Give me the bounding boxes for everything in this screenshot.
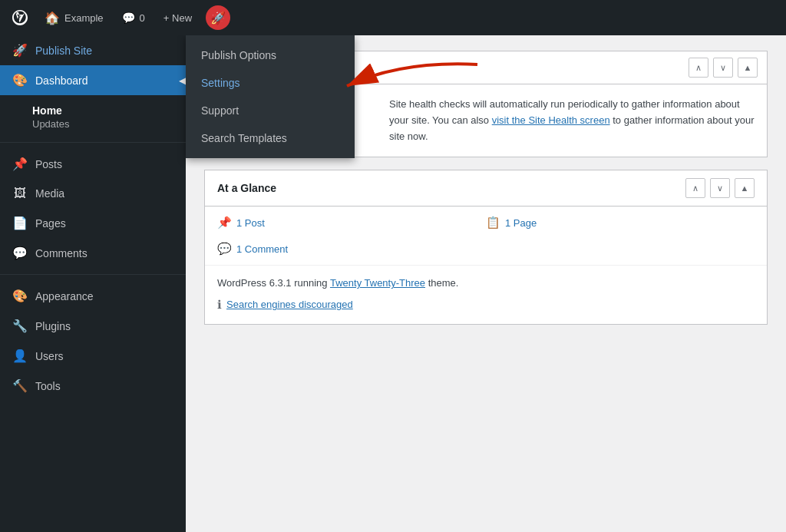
widget-controls-health: ∧ ∨ ▲ — [689, 58, 758, 78]
pages-stat-icon: 📋 — [486, 216, 500, 230]
search-engines-row[interactable]: ℹ Search engines discouraged — [217, 295, 755, 315]
publish-site-dropdown: Publish Options Settings Support Search … — [186, 35, 355, 158]
sidebar-item-tools[interactable]: 🔨 Tools — [0, 371, 186, 401]
at-a-glance-header: At a Glance ∧ ∨ ▲ — [205, 170, 767, 207]
dropdown-item-search-templates[interactable]: Search Templates — [186, 124, 355, 152]
dropdown-item-settings[interactable]: Settings — [186, 69, 355, 97]
at-a-glance-widget: At a Glance ∧ ∨ ▲ 📌 1 Post 📋 1 Page 💬 — [204, 170, 768, 325]
comments-stat-link[interactable]: 1 Comment — [236, 243, 288, 255]
glance-collapse-btn[interactable]: ∧ — [685, 178, 705, 198]
widget-toggle-btn[interactable]: ▲ — [738, 58, 758, 78]
widget-collapse-btn[interactable]: ∧ — [689, 58, 708, 78]
pages-icon: 📄 — [12, 216, 28, 230]
media-icon: 🖼 — [12, 187, 28, 200]
sidebar-item-publish-site[interactable]: 🚀 Publish Site — [0, 35, 186, 65]
glance-pages-stat[interactable]: 📋 1 Page — [486, 213, 755, 233]
sidebar-item-users[interactable]: 👤 Users — [0, 341, 186, 371]
dropdown-overlay: Publish Options Settings Support Search … — [186, 35, 355, 158]
sidebar-item-pages[interactable]: 📄 Pages — [0, 208, 186, 238]
widget-expand-btn[interactable]: ∨ — [713, 58, 733, 78]
rocket-button[interactable]: 🚀 — [206, 5, 230, 30]
sidebar-item-home[interactable]: Home — [12, 101, 173, 117]
posts-icon: 📌 — [12, 157, 28, 171]
sidebar-item-media[interactable]: 🖼 Media — [0, 179, 186, 208]
dashboard-icon: 🎨 — [12, 73, 28, 88]
comments-stat-icon: 💬 — [217, 242, 232, 256]
posts-stat-link[interactable]: 1 Post — [236, 217, 265, 229]
sidebar-item-dashboard[interactable]: 🎨 Dashboard — [0, 65, 186, 95]
glance-expand-btn[interactable]: ∨ — [710, 178, 730, 198]
glance-comments-stat[interactable]: 💬 1 Comment — [217, 239, 486, 259]
new-content-button[interactable]: + New — [156, 0, 200, 35]
sidebar-submenu-home-updates: Home Updates — [0, 95, 186, 136]
at-a-glance-title: At a Glance — [217, 182, 276, 194]
glance-stats: 📌 1 Post 📋 1 Page 💬 1 Comment — [205, 207, 767, 265]
info-icon: ℹ — [217, 295, 222, 315]
sidebar-item-posts[interactable]: 📌 Posts — [0, 149, 186, 179]
sidebar-item-appearance[interactable]: 🎨 Appearance — [0, 281, 186, 311]
pages-stat-link[interactable]: 1 Page — [505, 217, 537, 229]
dropdown-item-support[interactable]: Support — [186, 97, 355, 124]
comments-sidebar-icon: 💬 — [12, 246, 28, 260]
menu-separator-2 — [0, 274, 186, 275]
search-engines-link[interactable]: Search engines discouraged — [226, 296, 353, 313]
glance-footer: WordPress 6.3.1 running Twenty Twenty-Th… — [205, 265, 767, 324]
site-name[interactable]: 🏠 Example — [37, 0, 111, 35]
admin-sidebar: 🚀 Publish Site 🎨 Dashboard Home Updates … — [0, 35, 186, 532]
wp-logo[interactable] — [6, 0, 34, 35]
menu-separator-1 — [0, 142, 186, 143]
sidebar-item-updates[interactable]: Updates — [12, 117, 173, 133]
posts-stat-icon: 📌 — [217, 216, 232, 230]
glance-posts-stat[interactable]: 📌 1 Post — [217, 213, 486, 233]
sidebar-item-comments[interactable]: 💬 Comments — [0, 238, 186, 268]
rocket-sidebar-icon: 🚀 — [12, 43, 28, 58]
admin-bar: 🏠 Example 💬 0 + New 🚀 — [0, 0, 786, 35]
sidebar-item-plugins[interactable]: 🔧 Plugins — [0, 311, 186, 341]
appearance-icon: 🎨 — [12, 289, 28, 303]
tools-icon: 🔨 — [12, 378, 28, 393]
wp-layout: 🚀 Publish Site 🎨 Dashboard Home Updates … — [0, 35, 786, 532]
comments-link[interactable]: 💬 0 — [114, 0, 153, 35]
plugins-icon: 🔧 — [12, 319, 28, 333]
site-health-link[interactable]: visit the Site Health screen — [492, 114, 610, 126]
users-icon: 👤 — [12, 349, 28, 363]
widget-controls-glance: ∧ ∨ ▲ — [685, 178, 755, 198]
glance-toggle-btn[interactable]: ▲ — [735, 178, 755, 198]
site-health-description: Site health checks will automatically ru… — [389, 97, 755, 144]
dropdown-item-publish-options[interactable]: Publish Options — [186, 41, 355, 69]
theme-link[interactable]: Twenty Twenty-Three — [330, 277, 425, 289]
